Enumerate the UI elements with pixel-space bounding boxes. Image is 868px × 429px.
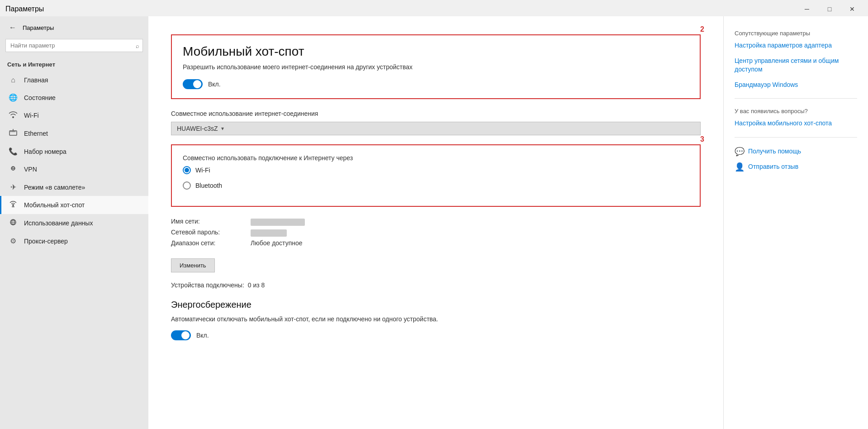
radio-wifi-label: Wi-Fi <box>195 167 210 174</box>
setup-hotspot-link[interactable]: Настройка мобильного хот-спота <box>735 119 857 128</box>
chat-icon: 💬 <box>735 147 745 157</box>
vpn-icon <box>9 165 18 174</box>
sharing-dropdown[interactable]: HUAWEI-c3sZ ▾ <box>171 122 701 135</box>
radio-bluetooth-label: Bluetooth <box>195 182 222 189</box>
sharing-section: Совместное использование интернет-соедин… <box>171 110 701 135</box>
energy-title: Энергосбережение <box>171 300 701 310</box>
close-button[interactable]: ✕ <box>842 3 863 15</box>
sidebar-section-label: Сеть и Интернет <box>0 59 148 72</box>
chevron-down-icon: ▾ <box>221 125 224 132</box>
main-layout: ← Параметры ⌕ Сеть и Интернет ⌂ Главная … <box>0 16 868 429</box>
search-icon: ⌕ <box>136 42 139 49</box>
titlebar-controls: ─ □ ✕ <box>797 3 863 15</box>
sidebar-item-label-vpn: VPN <box>24 166 37 173</box>
data-icon <box>9 219 18 228</box>
energy-toggle-row: Вкл. <box>171 330 701 340</box>
network-center-link[interactable]: Центр управления сетями и общим доступом <box>735 57 857 74</box>
feedback-item[interactable]: 👤 Отправить отзыв <box>735 162 857 172</box>
related-params-title: Сопутствующие параметры <box>735 30 857 37</box>
titlebar-left: Параметры <box>5 5 44 13</box>
phone-icon: 📞 <box>9 147 18 156</box>
network-name-val <box>251 219 305 226</box>
radio-wifi[interactable]: Wi-Fi <box>183 166 689 174</box>
page-title: Мобильный хот-спот <box>183 44 689 59</box>
sidebar-item-vpn[interactable]: VPN <box>0 160 148 178</box>
sidebar-item-home[interactable]: ⌂ Главная <box>0 72 148 89</box>
right-divider-1 <box>735 98 857 99</box>
devices-key: Устройства подключены: <box>171 281 244 289</box>
sharing-dropdown-value: HUAWEI-c3sZ <box>177 125 218 132</box>
radio-bluetooth-circle <box>183 181 191 190</box>
sharing-label: Совместное использование интернет-соедин… <box>171 110 701 117</box>
back-button[interactable]: ← <box>7 22 18 33</box>
sidebar-item-label-wifi: Wi-Fi <box>24 112 39 119</box>
sidebar: ← Параметры ⌕ Сеть и Интернет ⌂ Главная … <box>0 16 148 429</box>
minimize-button[interactable]: ─ <box>797 3 817 15</box>
energy-toggle[interactable] <box>171 330 191 340</box>
get-help-link[interactable]: Получить помощь <box>748 147 801 156</box>
titlebar: Параметры ─ □ ✕ <box>0 0 868 16</box>
right-divider-2 <box>735 137 857 138</box>
radio-wifi-circle <box>183 166 191 174</box>
feedback-link[interactable]: Отправить отзыв <box>748 162 798 172</box>
network-password-val <box>251 229 287 237</box>
sidebar-item-label-proxy: Прокси-сервер <box>24 238 68 245</box>
network-name-key: Имя сети: <box>171 218 243 226</box>
sidebar-item-label-airplane: Режим «в самолете» <box>24 184 85 191</box>
globe-icon: 🌐 <box>9 93 18 102</box>
radio-bluetooth[interactable]: Bluetooth <box>183 181 689 190</box>
sidebar-item-proxy[interactable]: ⚙ Прокси-сервер <box>0 232 148 250</box>
adapter-settings-link[interactable]: Настройка параметров адаптера <box>735 41 857 50</box>
change-button[interactable]: Изменить <box>171 258 215 272</box>
sidebar-item-label-home: Главная <box>24 76 48 84</box>
sidebar-item-status[interactable]: 🌐 Состояние <box>0 89 148 106</box>
sidebar-item-wifi[interactable]: Wi-Fi <box>0 106 148 124</box>
sidebar-item-hotspot[interactable]: 1 Мобильный хот-спот <box>0 196 148 214</box>
sidebar-item-ethernet[interactable]: Ethernet <box>0 124 148 143</box>
hotspot-toggle[interactable] <box>183 79 203 89</box>
maximize-button[interactable]: □ <box>819 3 840 15</box>
person-icon: 👤 <box>735 162 745 172</box>
airplane-icon: ✈ <box>9 183 18 191</box>
wifi-icon <box>9 111 18 120</box>
box2-number: 3 <box>700 135 704 143</box>
ethernet-icon <box>9 129 18 138</box>
question-label: У вас появились вопросы? <box>735 108 857 114</box>
sidebar-item-label-data: Использование данных <box>24 219 93 227</box>
right-panel: Сопутствующие параметры Настройка параме… <box>723 16 868 429</box>
share-via-box: 3 Совместно использовать подключение к И… <box>171 144 701 207</box>
sidebar-header: ← Параметры <box>0 18 148 39</box>
devices-row: Устройства подключены: 0 из 8 <box>171 281 701 289</box>
get-help-item[interactable]: 💬 Получить помощь <box>735 147 857 157</box>
sidebar-item-label-dialup: Набор номера <box>24 148 66 155</box>
network-info: Имя сети: Сетевой пароль: Диапазон сети:… <box>171 218 701 247</box>
proxy-icon: ⚙ <box>9 237 18 245</box>
share-via-label: Совместно использовать подключение к Инт… <box>183 154 689 162</box>
content-area: 2 Мобильный хот-спот Разрешить использов… <box>148 16 723 429</box>
hotspot-toggle-label: Вкл. <box>208 81 221 88</box>
firewall-link[interactable]: Брандмауэр Windows <box>735 81 857 90</box>
sidebar-item-airplane[interactable]: ✈ Режим «в самолете» <box>0 178 148 196</box>
sidebar-item-dialup[interactable]: 📞 Набор номера <box>0 143 148 160</box>
energy-desc: Автоматически отключать мобильный хот-сп… <box>171 315 701 324</box>
toggle-knob <box>193 80 201 88</box>
sidebar-item-label-ethernet: Ethernet <box>24 130 48 137</box>
devices-val: 0 из 8 <box>248 281 265 289</box>
sidebar-item-label-hotspot: Мобильный хот-спот <box>24 201 85 209</box>
energy-section: Энергосбережение Автоматически отключать… <box>171 300 701 340</box>
info-row-range: Диапазон сети: Любое доступное <box>171 239 701 247</box>
network-range-key: Диапазон сети: <box>171 239 243 247</box>
sidebar-title-label: Параметры <box>23 24 54 31</box>
info-row-password: Сетевой пароль: <box>171 229 701 237</box>
page-subtitle: Разрешить использование моего интернет-с… <box>183 62 689 72</box>
box1-number: 2 <box>700 25 704 33</box>
network-password-key: Сетевой пароль: <box>171 229 243 237</box>
network-range-val: Любое доступное <box>251 239 303 247</box>
home-icon: ⌂ <box>9 76 18 84</box>
sidebar-item-data[interactable]: Использование данных <box>0 214 148 232</box>
search-box: ⌕ <box>5 39 143 52</box>
hotspot-toggle-row: Вкл. <box>183 79 689 89</box>
info-row-name: Имя сети: <box>171 218 701 226</box>
energy-toggle-knob <box>181 331 190 339</box>
search-input[interactable] <box>5 39 143 52</box>
